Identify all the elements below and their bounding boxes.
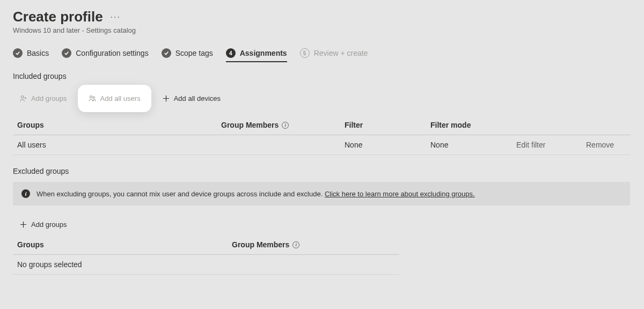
step-basics[interactable]: Basics — [13, 48, 49, 62]
col-groups: Groups — [17, 121, 221, 129]
cell-filter: None — [345, 141, 430, 149]
excluded-groups-label: Excluded groups — [13, 167, 631, 175]
add-all-users-button[interactable]: Add all users — [78, 85, 151, 112]
person-add-icon — [19, 94, 27, 102]
people-icon — [89, 94, 97, 102]
remove-link[interactable]: Remove — [586, 141, 634, 149]
step-number-icon: 4 — [226, 48, 236, 58]
page-subtitle: Windows 10 and later - Settings catalog — [13, 26, 631, 34]
included-groups-label: Included groups — [13, 72, 631, 80]
step-scope-tags[interactable]: Scope tags — [162, 48, 213, 62]
callout-link[interactable]: Click here to learn more about excluding… — [325, 190, 475, 198]
step-assignments[interactable]: 4 Assignments — [226, 48, 287, 62]
col-label: Group Members — [232, 240, 289, 249]
col-filter: Filter — [345, 121, 430, 129]
svg-point-1 — [90, 96, 92, 98]
button-label: Add all users — [100, 94, 141, 102]
svg-point-0 — [21, 96, 23, 98]
col-group-members: Group Members i — [232, 240, 404, 249]
excluded-info-callout: i When excluding groups, you cannot mix … — [13, 182, 630, 205]
step-label: Scope tags — [175, 49, 213, 57]
add-all-devices-button[interactable]: Add all devices — [156, 90, 227, 107]
checkmark-icon — [162, 48, 171, 58]
plus-icon — [19, 220, 27, 229]
button-label: Add groups — [31, 220, 67, 229]
col-label: Group Members — [221, 121, 279, 129]
col-groups: Groups — [17, 240, 232, 249]
included-groups-table: Groups Group Members i Filter Filter mod… — [13, 117, 630, 155]
col-filter-mode: Filter mode — [430, 121, 516, 129]
button-label: Add all devices — [174, 94, 221, 102]
info-icon[interactable]: i — [292, 241, 299, 248]
info-icon[interactable]: i — [282, 122, 289, 129]
cell-group: All users — [17, 141, 221, 149]
plus-icon — [162, 94, 170, 102]
table-header-row: Groups Group Members i Filter Filter mod… — [13, 117, 630, 135]
add-groups-button[interactable]: Add groups — [13, 90, 74, 107]
info-filled-icon: i — [21, 189, 30, 198]
step-label: Basics — [27, 49, 49, 57]
checkmark-icon — [62, 48, 71, 58]
callout-static: When excluding groups, you cannot mix us… — [36, 190, 325, 198]
button-label: Add groups — [31, 94, 67, 102]
edit-filter-link[interactable]: Edit filter — [516, 141, 586, 149]
step-label: Review + create — [314, 49, 368, 57]
page-title: Create profile — [13, 9, 103, 25]
step-review-create[interactable]: 5 Review + create — [300, 48, 368, 62]
excluded-add-groups-button[interactable]: Add groups — [13, 216, 74, 233]
checkmark-icon — [13, 48, 23, 58]
step-configuration-settings[interactable]: Configuration settings — [62, 48, 148, 62]
cell-filter-mode: None — [430, 141, 516, 149]
step-label: Assignments — [240, 49, 287, 57]
step-label: Configuration settings — [76, 49, 148, 57]
excluded-groups-table: Groups Group Members i No groups selecte… — [13, 237, 399, 275]
table-header-row: Groups Group Members i — [13, 237, 399, 255]
more-icon[interactable]: ··· — [111, 13, 121, 21]
included-action-bar: Add groups Add all users Add all devices — [13, 85, 631, 112]
empty-row: No groups selected — [13, 255, 399, 275]
svg-point-2 — [93, 97, 94, 98]
step-number-icon: 5 — [300, 48, 310, 58]
callout-text: When excluding groups, you cannot mix us… — [36, 190, 475, 198]
wizard-steps: Basics Configuration settings Scope tags… — [13, 48, 631, 62]
table-row: All users None None Edit filter Remove — [13, 135, 630, 155]
col-group-members: Group Members i — [221, 121, 345, 129]
